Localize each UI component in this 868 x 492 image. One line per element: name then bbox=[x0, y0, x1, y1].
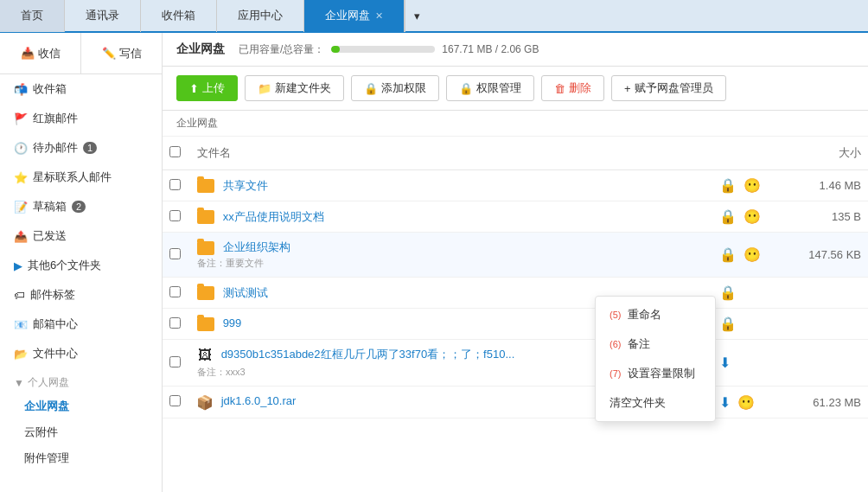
storage-text: 167.71 MB / 2.06 GB bbox=[442, 43, 539, 55]
tag-icon: 🏷 bbox=[14, 289, 25, 302]
sidebar-item-flagged[interactable]: 🚩 红旗邮件 bbox=[0, 104, 162, 133]
tab-appstore[interactable]: 应用中心 bbox=[217, 0, 304, 32]
file-name-cell: 企业组织架构 备注：重要文件 bbox=[190, 233, 712, 278]
context-menu: (5) 重命名 (6) 备注 (7) 设置容量限制 清空文件夹 bbox=[595, 296, 716, 422]
file-name-link[interactable]: d9350b1c351abde2红框几斤几两了33f70看；；了；f510... bbox=[221, 348, 515, 361]
close-tab-icon[interactable]: ✕ bbox=[375, 10, 383, 22]
folder-type-icon bbox=[197, 210, 214, 224]
lock-icon[interactable]: 🔒 bbox=[719, 284, 737, 301]
clock-icon: 🕐 bbox=[14, 142, 28, 155]
more-icon[interactable]: 😶 bbox=[737, 394, 755, 411]
tab-contacts[interactable]: 通讯录 bbox=[65, 0, 141, 32]
table-breadcrumb: 企业网盘 bbox=[163, 111, 868, 137]
inbox-icon: 📥 bbox=[21, 47, 35, 60]
sidebar-item-starred[interactable]: ⭐ 星标联系人邮件 bbox=[0, 163, 162, 192]
sidebar-item-todo[interactable]: 🕐 待办邮件 1 bbox=[0, 133, 162, 163]
context-menu-item-note[interactable]: (6) 备注 bbox=[596, 329, 715, 359]
folder-type-icon bbox=[197, 179, 214, 193]
file-name-link[interactable]: jdk1.6.0_10.rar bbox=[221, 394, 297, 407]
table-row: 📦 jdk1.6.0_10.rar ⬇ 😶 61.23 MB bbox=[163, 387, 868, 419]
permission-manage-button[interactable]: 🔒 权限管理 bbox=[446, 75, 534, 101]
sidebar-item-mail-tag[interactable]: 🏷 邮件标签 bbox=[0, 280, 162, 310]
row-checkbox[interactable] bbox=[169, 179, 181, 190]
sidebar-item-sent[interactable]: 📤 已发送 bbox=[0, 221, 162, 251]
upload-button[interactable]: ⬆ 上传 bbox=[176, 75, 238, 101]
row-checkbox[interactable] bbox=[169, 356, 181, 367]
delete-icon: 🗑 bbox=[554, 82, 565, 95]
file-size: 147.56 KB bbox=[782, 233, 868, 278]
col-actions bbox=[712, 137, 782, 170]
tab-inbox[interactable]: 收件箱 bbox=[141, 0, 217, 32]
lock-icon[interactable]: 🔒 bbox=[719, 316, 737, 332]
file-name-link[interactable]: xx产品使用说明文档 bbox=[223, 210, 324, 223]
tab-home[interactable]: 首页 bbox=[0, 0, 65, 32]
content-header: 企业网盘 已用容量/总容量： 167.71 MB / 2.06 GB bbox=[163, 33, 868, 67]
delete-button[interactable]: 🗑 删除 bbox=[541, 75, 604, 101]
sidebar-item-drafts[interactable]: 📝 草稿箱 2 bbox=[0, 192, 162, 221]
row-checkbox[interactable] bbox=[169, 248, 181, 259]
sidebar-item-inbox[interactable]: 📬 收件箱 bbox=[0, 74, 162, 104]
lock-icon[interactable]: 🔒 bbox=[719, 246, 737, 263]
sidebar-sub-enterprise-disk[interactable]: 企业网盘 bbox=[0, 393, 162, 419]
toolbar: ⬆ 上传 📁 新建文件夹 🔒 添加权限 🔒 权限管理 🗑 删除 + 赋予网盘 bbox=[163, 67, 868, 111]
row-checkbox[interactable] bbox=[169, 286, 181, 297]
new-folder-button[interactable]: 📁 新建文件夹 bbox=[245, 75, 344, 101]
sidebar-sub-cloud-attachment[interactable]: 云附件 bbox=[0, 419, 162, 445]
note-badge: (6) bbox=[610, 339, 621, 349]
more-icon[interactable]: 😶 bbox=[744, 246, 761, 263]
lock-icon[interactable]: 🔒 bbox=[719, 177, 737, 194]
row-checkbox[interactable] bbox=[169, 395, 181, 406]
download-icon[interactable]: ⬇ bbox=[719, 394, 731, 411]
sidebar-item-other-folders[interactable]: ▶ 其他6个文件夹 bbox=[0, 251, 162, 280]
zip-type-icon: 📦 bbox=[197, 393, 213, 411]
lock-icon[interactable]: 🔒 bbox=[719, 208, 737, 225]
tab-enterprise-disk[interactable]: 企业网盘 ✕ bbox=[304, 0, 405, 32]
sidebar-section-personal-disk[interactable]: ▼ 个人网盘 bbox=[0, 372, 162, 393]
file-size: 1.46 MB bbox=[782, 170, 868, 201]
file-name-cell: xx产品使用说明文档 bbox=[190, 201, 712, 233]
file-name-link[interactable]: 共享文件 bbox=[223, 179, 268, 192]
content-area: 企业网盘 已用容量/总容量： 167.71 MB / 2.06 GB ⬆ 上传 … bbox=[163, 33, 868, 492]
folder-type-icon bbox=[197, 241, 214, 255]
grant-admin-button[interactable]: + 赋予网盘管理员 bbox=[611, 75, 726, 101]
context-menu-item-rename[interactable]: (5) 重命名 bbox=[596, 300, 715, 329]
disk-section-icon: ▼ bbox=[14, 377, 24, 389]
draft-icon: 📝 bbox=[14, 201, 28, 214]
add-permission-button[interactable]: 🔒 添加权限 bbox=[351, 75, 439, 101]
row-checkbox[interactable] bbox=[169, 317, 181, 329]
receive-mail-button[interactable]: 📥 收信 bbox=[0, 33, 81, 73]
mailcenter-icon: 📧 bbox=[14, 318, 28, 331]
tab-more-button[interactable]: ▾ bbox=[405, 0, 429, 32]
row-checkbox[interactable] bbox=[169, 210, 181, 221]
more-icon[interactable]: 😶 bbox=[744, 177, 761, 194]
file-name-link[interactable]: 测试测试 bbox=[223, 286, 268, 299]
flag-icon: 🚩 bbox=[14, 112, 28, 125]
file-table-area: 企业网盘 文件名 大小 共享文件 bbox=[163, 111, 868, 492]
grant-icon: + bbox=[624, 82, 631, 95]
storage-bar-container bbox=[331, 46, 435, 53]
upload-icon: ⬆ bbox=[189, 82, 199, 95]
sidebar-item-file-center[interactable]: 📂 文件中心 bbox=[0, 339, 162, 368]
star-icon: ⭐ bbox=[14, 171, 28, 184]
todo-badge: 1 bbox=[83, 142, 97, 154]
select-all-checkbox[interactable] bbox=[169, 146, 181, 157]
sidebar-sub-attachment-manage[interactable]: 附件管理 bbox=[0, 445, 162, 471]
table-row: 🖼 d9350b1c351abde2红框几斤几两了33f70看；；了；f510.… bbox=[163, 340, 868, 387]
permission-manage-icon: 🔒 bbox=[459, 82, 473, 95]
storage-label: 已用容量/总容量： bbox=[239, 42, 324, 57]
write-icon: ✏️ bbox=[102, 47, 116, 60]
file-name-cell: 共享文件 bbox=[190, 170, 712, 201]
write-mail-button[interactable]: ✏️ 写信 bbox=[81, 33, 162, 73]
context-menu-item-capacity[interactable]: (7) 设置容量限制 bbox=[596, 359, 715, 388]
more-icon[interactable]: 😶 bbox=[744, 208, 761, 225]
file-size bbox=[782, 309, 868, 340]
folder-nav-icon: ▶ bbox=[14, 259, 22, 272]
context-menu-item-clear[interactable]: 清空文件夹 bbox=[596, 388, 715, 418]
download-icon[interactable]: ⬇ bbox=[719, 355, 731, 371]
table-row: 共享文件 🔒 😶 1.46 MB bbox=[163, 170, 868, 201]
col-check bbox=[163, 137, 190, 170]
file-name-link[interactable]: 999 bbox=[223, 316, 242, 329]
file-name-link[interactable]: 企业组织架构 bbox=[223, 240, 290, 253]
sidebar-item-mail-center[interactable]: 📧 邮箱中心 bbox=[0, 310, 162, 339]
sent-icon: 📤 bbox=[14, 230, 28, 243]
